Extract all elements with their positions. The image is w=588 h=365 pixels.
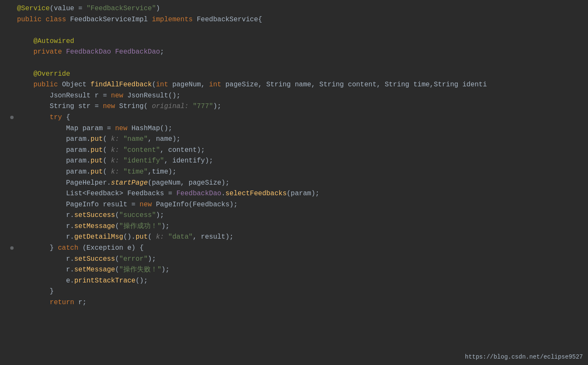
method-selectfeedbacks: selectFeedbacks: [225, 190, 287, 197]
code-line-21: r.setMessage("操作成功！");: [9, 221, 588, 232]
line-content-6: [17, 58, 588, 69]
type-object: Object: [62, 81, 87, 88]
keyword-new3: new: [115, 125, 127, 132]
string-777: "777": [193, 103, 213, 110]
arg-name: name: [156, 135, 172, 143]
code-line-5: private FeedbackDao FeedbackDao;: [9, 47, 588, 58]
line-content-24: r.setSuccess("error");: [17, 254, 588, 265]
code-line-14: param.put( k: "content", content);: [9, 145, 588, 156]
code-line-1: @Service(value = "FeedbackService"): [9, 3, 588, 14]
line-content-22: r.getDetailMsg().put( k: "data", result)…: [17, 232, 588, 243]
var-feedbacks: Feedbacks: [127, 190, 164, 197]
type-exception: Exception: [86, 244, 123, 252]
line-content-26: e.printStackTrace();: [17, 276, 588, 287]
keyword-private: private: [33, 48, 62, 56]
param-name: name: [295, 81, 311, 88]
type-string3: String: [385, 81, 409, 88]
keyword-catch: catch: [58, 244, 78, 252]
code-line-2: public class FeedbackServiceImpl impleme…: [9, 14, 588, 26]
line-content-9: JsonResult r = new JsonResult();: [17, 91, 588, 102]
line-content-12: Map param = new HashMap();: [17, 123, 588, 134]
line-content-2: public class FeedbackServiceImpl impleme…: [17, 14, 588, 26]
method-setsuccess1: setSuccess: [74, 211, 115, 219]
type-string5: String: [50, 103, 74, 110]
keyword-new2: new: [103, 103, 115, 110]
type-string1: String: [266, 81, 291, 88]
paren-close: ): [156, 5, 160, 12]
var-e: e: [66, 277, 70, 285]
param-value-key: value: [54, 5, 74, 12]
string-time: "time": [123, 168, 148, 176]
constructor-hashmap: HashMap: [131, 125, 160, 132]
line-content-17: PageHelper.startPage(pageNum, pageSize);: [17, 178, 588, 189]
code-line-10: String str = new String( original: "777"…: [9, 101, 588, 112]
annotation-override: @Override: [33, 70, 70, 78]
param-pagesize: pageSize: [225, 81, 258, 88]
line-content-8: public Object findAllFeedback(int pageNu…: [17, 80, 588, 91]
string-content: "content": [123, 146, 160, 154]
line-content-28: return r;: [17, 297, 588, 308]
arg-time: time: [152, 168, 168, 176]
type-feedbackdao: FeedbackDao: [66, 48, 111, 56]
line-content-10: String str = new String( original: "777"…: [17, 101, 588, 112]
param-content: content: [348, 81, 377, 88]
method-printstacktrace: printStackTrace: [74, 277, 135, 285]
gutter-dot-11: [10, 116, 14, 119]
class-name: FeedbackServiceImpl: [70, 16, 148, 23]
method-setsuccess2: setSuccess: [74, 255, 115, 263]
gutter-11: [9, 116, 15, 119]
var-r2: r: [66, 222, 70, 230]
keyword-int1: int: [156, 81, 168, 88]
code-line-25: r.setMessage("操作失败！");: [9, 265, 588, 276]
method-getdetailmsg: getDetailMsg: [74, 233, 123, 241]
arg-pagenum: pageNum: [152, 179, 180, 187]
annotation-service: @Service: [17, 5, 50, 12]
method-put4: put: [91, 168, 103, 176]
line-content-7: @Override: [17, 69, 588, 80]
code-line-17: PageHelper.startPage(pageNum, pageSize);: [9, 178, 588, 189]
constructor-string: String: [119, 103, 144, 110]
string-identify: "identify": [123, 157, 164, 165]
closing-brace-catch: }: [50, 288, 54, 295]
type-list: List<Feedback>: [66, 190, 123, 197]
hint-k5: k:: [156, 233, 164, 241]
code-line-12: Map param = new HashMap();: [9, 123, 588, 134]
method-put1: put: [91, 135, 103, 143]
footer-url: https://blog.csdn.net/eclipse9527: [465, 352, 583, 362]
line-content-20: r.setSuccess("success");: [17, 210, 588, 221]
code-line-23: } catch (Exception e) {: [9, 243, 588, 254]
param-identi: identi: [462, 81, 487, 88]
var-param1: param: [66, 135, 86, 143]
var-feedbackdao: FeedbackDao: [115, 48, 160, 56]
class-pagehelper: PageHelper: [66, 179, 107, 187]
string-data: "data": [168, 233, 193, 241]
method-setmessage2: setMessage: [74, 266, 115, 274]
string-success-msg: "操作成功！": [119, 222, 161, 230]
code-line-27: }: [9, 286, 588, 297]
hint-original: original:: [152, 103, 188, 110]
line-content-1: @Service(value = "FeedbackService"): [17, 3, 588, 14]
method-findallfeedback: findAllFeedback: [91, 81, 152, 88]
annotation-autowired: @Autowired: [33, 37, 74, 45]
type-string2: String: [320, 81, 344, 88]
string-feedbackservice: "FeedbackService": [86, 5, 156, 12]
string-error: "error": [119, 255, 148, 263]
line-content-4: @Autowired: [17, 36, 588, 47]
line-content-23: } catch (Exception e) {: [17, 243, 588, 254]
type-map: Map: [66, 125, 78, 132]
line-content-21: r.setMessage("操作成功！");: [17, 221, 588, 232]
code-line-20: r.setSuccess("success");: [9, 210, 588, 221]
code-line-3: [9, 25, 588, 36]
code-editor: @Service(value = "FeedbackService") publ…: [0, 0, 588, 365]
var-param4: param: [66, 168, 86, 176]
arg-identify: identify: [172, 157, 205, 165]
var-r4: r: [66, 255, 70, 263]
code-line-4: @Autowired: [9, 36, 588, 47]
code-line-16: param.put( k: "time",time);: [9, 167, 588, 178]
var-r1: r: [66, 211, 70, 219]
method-put3: put: [91, 157, 103, 165]
var-r3: r: [66, 233, 70, 241]
var-param2: param: [66, 146, 86, 154]
arg-pagesize: pageSize: [188, 179, 221, 187]
paren-open: (: [50, 5, 54, 12]
